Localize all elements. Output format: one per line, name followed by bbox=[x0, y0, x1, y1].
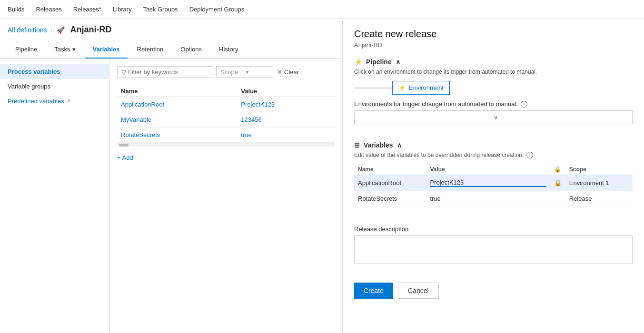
pipeline-header-label: Pipeline bbox=[366, 58, 392, 66]
release-var-row-1: RotateSecrets Release bbox=[354, 191, 633, 206]
table-row: RotateSecrets true bbox=[117, 127, 335, 143]
scope-label: Scope bbox=[220, 69, 244, 76]
main-layout: All definitions › 🚀 Anjani-RD Pipeline T… bbox=[0, 19, 644, 333]
env-trigger-label: Environments for trigger change from aut… bbox=[354, 100, 633, 108]
panel-subtitle: Anjani-RD bbox=[354, 41, 633, 49]
release-variables-table: Name Value 🔒 Scope ApplicationRoot 🔒 Env… bbox=[354, 164, 633, 206]
release-description-section: Release description bbox=[354, 225, 633, 265]
add-variable-button[interactable]: + Add bbox=[117, 154, 133, 161]
sidebar-process-variables[interactable]: Process variables bbox=[0, 64, 109, 79]
tab-pipeline[interactable]: Pipeline bbox=[8, 41, 45, 59]
filter-bar: ▽ Scope ▾ ✕ Clear bbox=[117, 66, 335, 78]
content-area: Process variables Variable groups Predef… bbox=[0, 59, 342, 333]
create-release-panel: Create new release Anjani-RD ⚡ Pipeline … bbox=[343, 19, 644, 333]
tab-tasks[interactable]: Tasks ▾ bbox=[47, 41, 83, 59]
filter-input[interactable] bbox=[128, 69, 208, 76]
page-title: Anjani-RD bbox=[70, 25, 112, 35]
var-name-0[interactable]: ApplicationRoot bbox=[117, 97, 237, 112]
rv-value-input-1[interactable] bbox=[430, 195, 546, 202]
rv-col-value: Value bbox=[426, 164, 550, 175]
variables-collapse-icon[interactable] bbox=[397, 141, 402, 149]
clear-label: Clear bbox=[284, 69, 299, 76]
rv-value-input-0[interactable] bbox=[430, 179, 546, 187]
variables-icon: ⊞ bbox=[354, 141, 360, 149]
top-nav: Builds Releases Releases* Library Task G… bbox=[0, 0, 644, 19]
nav-releases-star[interactable]: Releases* bbox=[73, 6, 101, 13]
nav-library[interactable]: Library bbox=[113, 6, 132, 13]
env-trigger-info-icon[interactable]: i bbox=[521, 101, 527, 108]
nav-releases[interactable]: Releases bbox=[36, 6, 61, 13]
release-icon: 🚀 bbox=[57, 26, 65, 34]
tasks-dropdown-icon: ▾ bbox=[72, 46, 76, 53]
variables-content: ▽ Scope ▾ ✕ Clear bbox=[109, 59, 342, 333]
scroll-thumb bbox=[119, 144, 129, 147]
environment-button[interactable]: ⚡ Environment bbox=[392, 81, 450, 95]
filter-icon: ▽ bbox=[121, 69, 126, 76]
pipeline-connector-line bbox=[354, 88, 392, 88]
tab-options[interactable]: Options bbox=[173, 41, 209, 59]
sidebar-predefined-variables[interactable]: Predefined variables ↗ bbox=[0, 94, 109, 108]
scroll-handle[interactable] bbox=[117, 143, 335, 147]
col-header-name: Name bbox=[117, 86, 237, 97]
pipeline-section: ⚡ Pipeline Click on an environment to ch… bbox=[354, 58, 633, 132]
rv-col-scope: Scope bbox=[565, 164, 633, 175]
variables-sidebar: Process variables Variable groups Predef… bbox=[0, 59, 109, 333]
var-value-0[interactable]: ProjectK123 bbox=[237, 97, 335, 112]
clear-button[interactable]: ✕ Clear bbox=[277, 69, 299, 76]
var-value-1[interactable]: 123456 bbox=[237, 112, 335, 127]
variables-section-desc: Edit value of the variables to be overri… bbox=[354, 152, 633, 158]
scope-dropdown[interactable]: Scope ▾ bbox=[216, 66, 273, 78]
pipeline-section-header: ⚡ Pipeline bbox=[354, 58, 633, 66]
release-var-row-0: ApplicationRoot 🔒 Environment 1 bbox=[354, 175, 633, 191]
env-trigger-select[interactable] bbox=[354, 110, 633, 124]
panel-title: Create new release bbox=[354, 29, 633, 39]
pipeline-area: ⚡ Environment bbox=[354, 81, 633, 95]
rv-col-lock: 🔒 bbox=[550, 164, 565, 175]
rv-value-1[interactable] bbox=[426, 191, 550, 206]
table-row: ApplicationRoot ProjectK123 bbox=[117, 97, 335, 112]
col-header-value: Value bbox=[237, 86, 335, 97]
env-btn-icon: ⚡ bbox=[398, 84, 406, 91]
bottom-buttons: Create Cancel bbox=[354, 283, 633, 299]
tab-nav: Pipeline Tasks ▾ Variables Retention Opt… bbox=[0, 40, 342, 59]
nav-task-groups[interactable]: Task Groups bbox=[143, 6, 178, 13]
breadcrumb-chevron: › bbox=[51, 27, 53, 33]
release-variables-section: ⊞ Variables Edit value of the variables … bbox=[354, 141, 633, 216]
filter-input-wrapper: ▽ bbox=[117, 66, 212, 78]
rv-lock-0[interactable]: 🔒 bbox=[550, 175, 565, 191]
external-link-icon: ↗ bbox=[66, 98, 70, 104]
env-select-chevron-icon bbox=[494, 114, 628, 121]
env-btn-label: Environment bbox=[409, 84, 444, 91]
rv-name-1: RotateSecrets bbox=[354, 191, 426, 206]
var-name-2[interactable]: RotateSecrets bbox=[117, 127, 237, 143]
pipeline-section-desc: Click on an environment to change its tr… bbox=[354, 69, 633, 75]
all-definitions-link[interactable]: All definitions bbox=[8, 26, 47, 34]
release-description-label: Release description bbox=[354, 225, 633, 233]
sidebar-variable-groups[interactable]: Variable groups bbox=[0, 79, 109, 94]
rv-lock-1[interactable] bbox=[550, 191, 565, 206]
pipeline-collapse-icon[interactable] bbox=[396, 58, 400, 66]
tab-retention[interactable]: Retention bbox=[129, 41, 171, 59]
variables-header-label: Variables bbox=[364, 141, 393, 149]
rv-name-0: ApplicationRoot bbox=[354, 175, 426, 191]
rv-value-0[interactable] bbox=[426, 175, 550, 191]
cancel-button[interactable]: Cancel bbox=[398, 283, 439, 299]
create-button[interactable]: Create bbox=[354, 283, 393, 299]
rv-scope-1: Release bbox=[565, 191, 633, 206]
left-panel: All definitions › 🚀 Anjani-RD Pipeline T… bbox=[0, 19, 343, 333]
breadcrumb: All definitions › 🚀 Anjani-RD bbox=[0, 19, 342, 40]
nav-builds[interactable]: Builds bbox=[8, 6, 24, 13]
lightning-icon: ⚡ bbox=[354, 58, 362, 66]
nav-deployment-groups[interactable]: Deployment Groups bbox=[189, 6, 245, 13]
var-value-2[interactable]: true bbox=[237, 127, 335, 143]
release-description-textarea[interactable] bbox=[354, 235, 633, 264]
rv-col-name: Name bbox=[354, 164, 426, 175]
variables-section-header: ⊞ Variables bbox=[354, 141, 633, 149]
rv-scope-0: Environment 1 bbox=[565, 175, 633, 191]
tab-variables[interactable]: Variables bbox=[85, 41, 128, 59]
tab-history[interactable]: History bbox=[211, 41, 246, 59]
variables-table: Name Value ApplicationRoot ProjectK123 M… bbox=[117, 86, 335, 143]
var-name-1[interactable]: MyVariable bbox=[117, 112, 237, 127]
variables-info-icon[interactable]: i bbox=[526, 152, 533, 158]
table-row: MyVariable 123456 bbox=[117, 112, 335, 127]
